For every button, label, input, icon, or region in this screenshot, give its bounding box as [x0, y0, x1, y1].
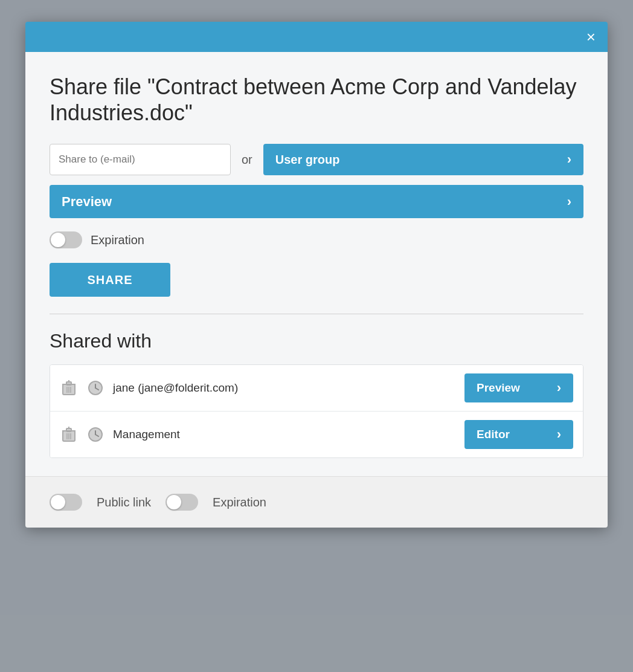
delete-jane-icon[interactable] [60, 379, 78, 397]
preview-button[interactable]: Preview › [50, 185, 583, 218]
modal-title: Share file "Contract between Acme Corp a… [50, 74, 583, 126]
modal-footer: Public link Expiration [25, 476, 608, 528]
close-button[interactable]: × [586, 29, 596, 45]
management-role-button[interactable]: Editor › [464, 420, 573, 449]
expiration-row: Expiration [50, 231, 583, 248]
expiry-management-icon[interactable] [86, 425, 104, 444]
footer-expiration-toggle[interactable] [165, 494, 198, 511]
jane-role-button[interactable]: Preview › [464, 373, 573, 402]
shared-list: jane (jane@folderit.com) Preview › [50, 364, 583, 458]
jane-role-label: Preview [477, 381, 520, 395]
shared-management-name: Management [113, 428, 456, 441]
user-group-label: User group [275, 153, 340, 167]
preview-chevron-icon: › [567, 194, 571, 210]
email-input[interactable] [50, 144, 231, 175]
shared-item: jane (jane@folderit.com) Preview › [50, 365, 583, 411]
modal-body: Share file "Contract between Acme Corp a… [25, 52, 608, 476]
footer-expiration-label: Expiration [213, 496, 266, 509]
shared-item: Management Editor › [50, 411, 583, 457]
or-text: or [242, 153, 252, 167]
management-role-chevron: › [557, 427, 561, 442]
shared-with-title: Shared with [50, 330, 583, 352]
management-role-label: Editor [477, 428, 510, 441]
jane-role-chevron: › [557, 380, 561, 396]
shared-jane-name: jane (jane@folderit.com) [113, 381, 456, 395]
expiry-jane-icon[interactable] [86, 379, 104, 397]
public-link-label: Public link [97, 496, 151, 509]
share-button[interactable]: SHARE [50, 263, 170, 297]
modal-header: × [25, 22, 608, 52]
expiration-label: Expiration [91, 233, 144, 247]
expiration-toggle[interactable] [50, 231, 82, 248]
chevron-right-icon: › [567, 152, 571, 167]
share-modal: × Share file "Contract between Acme Corp… [25, 22, 608, 528]
section-divider [50, 314, 583, 314]
public-link-toggle[interactable] [50, 494, 82, 511]
user-group-button[interactable]: User group › [263, 144, 583, 175]
delete-management-icon[interactable] [60, 425, 78, 444]
share-row: or User group › [50, 144, 583, 175]
preview-label: Preview [62, 194, 112, 210]
